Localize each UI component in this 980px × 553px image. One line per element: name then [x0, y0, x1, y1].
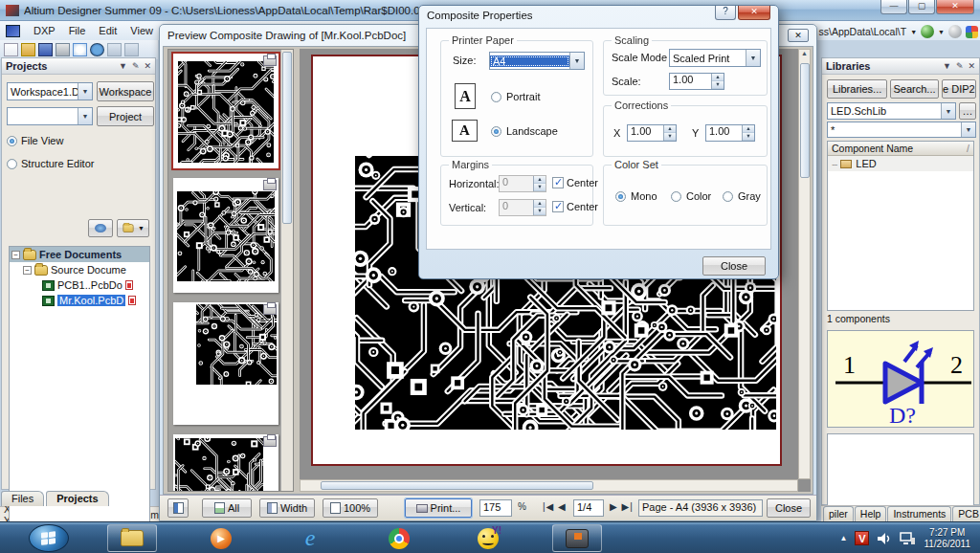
tab-help[interactable]: Help [855, 506, 887, 521]
file-view-radio[interactable] [7, 136, 17, 146]
paper-size-select[interactable]: A4 ▼ [489, 52, 585, 70]
preview-close-icon[interactable]: ✕ [788, 29, 809, 42]
place-button[interactable]: e DIP2 [942, 79, 976, 99]
landscape-radio[interactable] [491, 126, 501, 137]
component-row-led[interactable]: -- LED [828, 156, 973, 171]
print-icon[interactable] [56, 43, 70, 56]
dxp-logo-icon[interactable] [6, 25, 20, 37]
portrait-radio[interactable] [491, 92, 501, 102]
center-horizontal-checkbox[interactable] [552, 177, 564, 188]
back-dropdown-icon[interactable]: ▼ [938, 29, 945, 35]
panel-menu-icon[interactable]: ▼ [943, 61, 951, 71]
view-documents-button[interactable] [88, 219, 113, 237]
search-button[interactable]: Search... [890, 79, 939, 99]
spin-down-icon[interactable]: ▼ [743, 133, 754, 141]
thumbnail-scrollbar[interactable] [280, 50, 293, 491]
workspace-select[interactable]: Workspace1.Ds ▼ [7, 82, 93, 100]
workspace-button[interactable]: Workspace [97, 81, 154, 101]
tree-item-mrkool[interactable]: Mr.Kool.PcbD [10, 293, 149, 308]
speaker-icon[interactable] [877, 532, 892, 545]
print-button[interactable]: Print... [405, 498, 472, 518]
chevron-down-icon[interactable]: ▼ [569, 53, 584, 69]
help-icon[interactable]: ? [715, 6, 736, 20]
maximize-button[interactable]: ▢ [908, 0, 935, 14]
zoom-window-icon[interactable] [107, 43, 122, 56]
vertical-scrollbar[interactable]: ▲ [798, 49, 811, 479]
scale-spinner[interactable]: 1.00 ▲▼ [669, 73, 724, 90]
zoom-all-button[interactable]: All [202, 498, 252, 518]
taskbar-yahoo-messenger[interactable]: Y! [463, 524, 513, 552]
page-number-input[interactable]: 1/4 [573, 499, 604, 517]
menu-view[interactable]: View [130, 25, 153, 36]
start-button[interactable] [29, 524, 69, 552]
toggle-thumbnails-button[interactable] [167, 498, 189, 518]
chevron-down-icon[interactable]: ▼ [961, 122, 975, 137]
path-dropdown-icon[interactable]: ▼ [910, 29, 917, 35]
first-page-icon[interactable]: |◀ ◀ [543, 501, 567, 512]
project-select[interactable]: ▼ [7, 107, 93, 125]
taskbar-chrome[interactable] [374, 524, 424, 552]
open-document-button[interactable]: ▼ [117, 219, 149, 237]
color-radio[interactable] [671, 191, 681, 202]
panel-menu-icon[interactable]: ▼ [119, 61, 127, 71]
structure-editor-radio[interactable] [7, 159, 17, 169]
spin-down-icon[interactable]: ▼ [664, 133, 676, 141]
zoom-area-icon[interactable] [124, 43, 139, 56]
preview-close-button[interactable]: Close [767, 498, 811, 518]
save-icon[interactable] [38, 43, 53, 56]
tab-files[interactable]: Files [1, 491, 44, 506]
gray-radio[interactable] [723, 191, 733, 202]
print-preview-icon[interactable] [73, 43, 87, 56]
tree-item-free-documents[interactable]: − Free Documents [10, 247, 149, 262]
project-button[interactable]: Project [97, 106, 154, 126]
menu-edit[interactable]: Edit [99, 25, 117, 36]
component-list-header[interactable]: Component Name / [828, 142, 973, 156]
collapse-icon[interactable]: − [23, 266, 32, 275]
dialog-close-icon[interactable]: ✕ [738, 6, 770, 20]
center-vertical-checkbox[interactable] [552, 201, 564, 212]
spin-up-icon[interactable]: ▲ [743, 125, 754, 133]
minimize-button[interactable]: — [880, 0, 907, 14]
horizontal-scrollbar[interactable] [300, 479, 798, 492]
scale-mode-select[interactable]: Scaled Print ▼ [669, 49, 761, 67]
page-thumbnail-2[interactable] [173, 178, 278, 293]
page-thumbnail-1[interactable] [173, 54, 278, 168]
antivirus-icon[interactable]: V [855, 531, 869, 545]
tab-pcb[interactable]: PCB [952, 506, 980, 521]
tree-item-pcb1[interactable]: PCB1..PcbDo [10, 277, 149, 293]
network-icon[interactable] [900, 532, 916, 545]
taskbar-media-player[interactable]: ▶ [196, 524, 246, 552]
zoom-width-button[interactable]: Width [259, 498, 315, 518]
open-icon[interactable] [21, 43, 35, 56]
taskbar-windows-explorer[interactable] [107, 524, 157, 552]
last-page-icon[interactable]: ▶ ▶| [610, 501, 634, 512]
library-select[interactable]: LED.SchLib ▼ [827, 102, 956, 120]
spin-up-icon[interactable]: ▲ [712, 74, 724, 81]
clock[interactable]: 7:27 PM 11/26/2011 [924, 527, 978, 550]
taskbar-reader-app[interactable] [552, 524, 602, 552]
close-button[interactable]: ✕ [936, 0, 974, 14]
collapse-icon[interactable]: − [11, 251, 20, 259]
taskbar-internet-explorer[interactable]: e [285, 524, 335, 552]
chevron-down-icon[interactable]: ▼ [78, 83, 92, 100]
tab-instruments[interactable]: Instruments [887, 506, 951, 521]
chevron-down-icon[interactable]: ▼ [78, 108, 92, 124]
libraries-button[interactable]: Libraries... [827, 79, 887, 99]
tab-projects[interactable]: Projects [46, 491, 108, 506]
pin-icon[interactable]: ✎ [956, 61, 964, 71]
path-text[interactable]: ss\AppData\Local\T [818, 26, 906, 37]
chevron-down-icon[interactable]: ▼ [746, 50, 760, 66]
zoom-100-button[interactable]: 100% [323, 498, 378, 518]
correction-y-spinner[interactable]: 1.00 ▲▼ [705, 124, 755, 142]
menu-file[interactable]: File [69, 25, 86, 36]
home-icon[interactable] [966, 26, 978, 38]
browse-button[interactable]: … [959, 102, 976, 120]
show-hidden-icons[interactable]: ▲ [840, 534, 848, 542]
spin-up-icon[interactable]: ▲ [664, 125, 676, 133]
tab-compiler[interactable]: piler [823, 506, 854, 521]
back-icon[interactable] [921, 25, 934, 38]
dialog-close-button[interactable]: Close [702, 256, 766, 276]
panel-close-icon[interactable]: ✕ [144, 61, 151, 71]
page-thumbnail-3[interactable] [173, 302, 278, 425]
correction-x-spinner[interactable]: 1.00 ▲▼ [627, 124, 677, 142]
